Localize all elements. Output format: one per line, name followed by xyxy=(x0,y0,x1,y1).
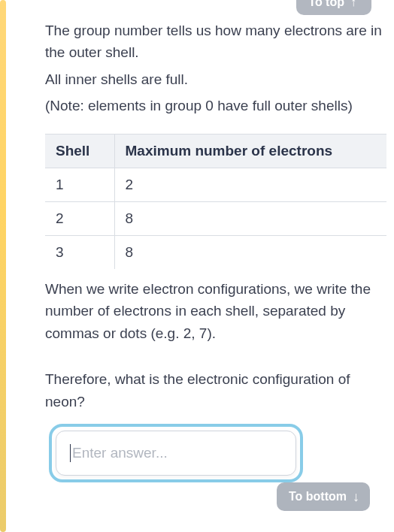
to-top-button[interactable]: To top ↑ xyxy=(296,0,371,15)
to-top-label: To top xyxy=(308,0,344,9)
table-row: 2 8 xyxy=(45,201,386,235)
page: To top ↑ The group number tells us how m… xyxy=(0,0,394,532)
text-caret xyxy=(70,444,71,462)
table-header-shell: Shell xyxy=(45,134,114,168)
answer-input-wrapper: Enter answer... xyxy=(56,431,296,476)
table-header-row: Shell Maximum number of electrons xyxy=(45,134,386,168)
arrow-down-icon: ↓ xyxy=(353,490,359,503)
intro-line-1: The group number tells us how many elect… xyxy=(45,20,386,64)
to-bottom-button[interactable]: To bottom ↓ xyxy=(277,482,370,511)
left-accent-bar xyxy=(0,0,6,532)
answer-input[interactable]: Enter answer... xyxy=(56,431,296,476)
question-text: Therefore, what is the electronic config… xyxy=(45,368,386,413)
cell-shell: 3 xyxy=(45,235,114,269)
table-row: 1 2 xyxy=(45,168,386,201)
arrow-up-icon: ↑ xyxy=(350,0,356,8)
content-area: The group number tells us how many elect… xyxy=(45,20,386,476)
cell-max: 2 xyxy=(114,168,386,201)
table-row: 3 8 xyxy=(45,235,386,269)
table-header-max: Maximum number of electrons xyxy=(114,134,386,168)
cell-shell: 2 xyxy=(45,201,114,235)
intro-note: (Note: elements in group 0 have full out… xyxy=(45,95,386,116)
cell-max: 8 xyxy=(114,201,386,235)
answer-placeholder: Enter answer... xyxy=(72,445,168,461)
electron-shell-table: Shell Maximum number of electrons 1 2 2 … xyxy=(45,134,386,269)
cell-max: 8 xyxy=(114,235,386,269)
cell-shell: 1 xyxy=(45,168,114,201)
to-bottom-label: To bottom xyxy=(289,490,347,503)
intro-line-2: All inner shells are full. xyxy=(45,68,386,90)
explain-paragraph: When we write electron configurations, w… xyxy=(45,278,386,344)
